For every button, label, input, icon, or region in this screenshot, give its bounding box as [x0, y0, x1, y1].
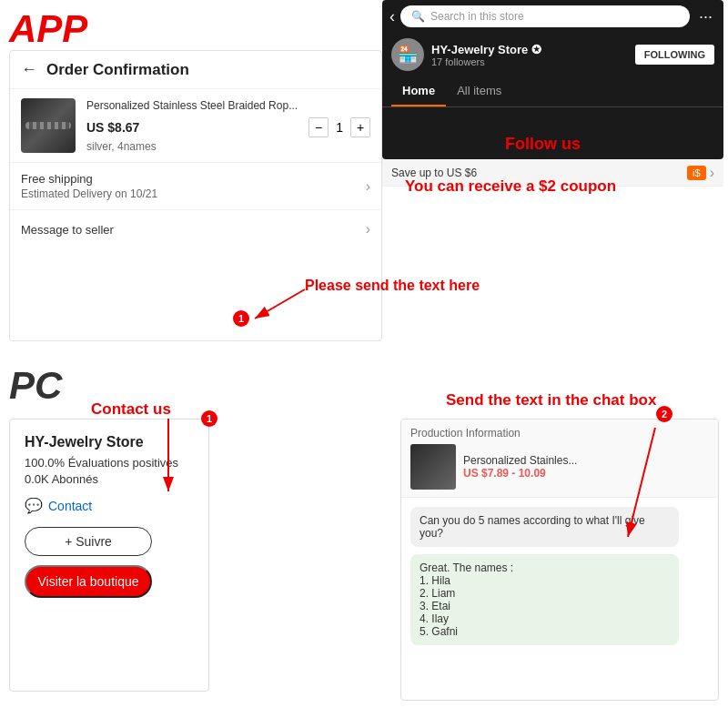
store-nav: Home All items: [382, 76, 723, 107]
pc-visit-button[interactable]: Visiter la boutique: [25, 565, 152, 598]
product-info: Personalized Stainless Steel Braided Rop…: [86, 99, 370, 153]
product-thumb-inner: [21, 98, 76, 153]
pc-contact-link[interactable]: 💬 Contact: [25, 497, 194, 514]
chat-seller-reply: Great. The names : 1. Hila 2. Liam 3. Et…: [410, 554, 679, 645]
pc-store-name: HY-Jewelry Store: [25, 434, 194, 450]
pc-store-panel: HY-Jewelry Store 100.0% Évaluations posi…: [9, 419, 209, 692]
chat-thumb-inner: [410, 444, 456, 490]
chat-product-name: Personalized Stainles...: [463, 454, 577, 467]
chat-messages: Can you do 5 names according to what I'l…: [401, 498, 718, 654]
banner-arrow-icon: ›: [710, 165, 714, 181]
annotation-chat-box: Send the text in the chat box: [446, 391, 656, 410]
shipping-row[interactable]: Free shipping Estimated Delivery on 10/2…: [10, 163, 381, 210]
store-name: HY-Jewelry Store ✪: [431, 43, 635, 56]
product-thumbnail: [21, 98, 76, 153]
back-arrow-icon[interactable]: ←: [21, 60, 37, 79]
chat-product-thumb: [410, 444, 456, 490]
product-name: Personalized Stainless Steel Braided Rop…: [86, 99, 370, 112]
order-title: Order Confirmation: [46, 61, 189, 79]
shipping-title: Free shipping: [21, 172, 157, 186]
annotation-contact-us: Contact us: [91, 400, 171, 419]
shipping-arrow-icon: ›: [366, 178, 370, 195]
product-price-row: US $8.67 − 1 +: [86, 117, 370, 137]
search-box[interactable]: 🔍 Search in this store: [400, 5, 690, 27]
pc-subscribers: 0.0K Abonnés: [25, 472, 194, 486]
search-input[interactable]: Search in this store: [430, 10, 524, 23]
chat-product-details: Personalized Stainles... US $7.89 - 10.0…: [463, 454, 577, 480]
annotation-send-text: Please send the text here: [305, 278, 480, 294]
message-label: Message to seller: [21, 223, 114, 237]
nav-home-item[interactable]: Home: [391, 76, 446, 106]
chat-product-info: Production Information Personalized Stai…: [401, 420, 718, 498]
contact-label: Contact: [48, 499, 92, 513]
chat-user-message: Can you do 5 names according to what I'l…: [410, 507, 679, 547]
quantity-controls: − 1 +: [308, 117, 370, 137]
store-avatar-icon: 🏪: [398, 45, 418, 65]
pc-label: PC: [9, 364, 62, 408]
pc-rating: 100.0% Évaluations positives: [25, 456, 194, 470]
order-panel: ← Order Confirmation Personalized Stainl…: [9, 50, 382, 341]
more-options-icon[interactable]: ···: [695, 7, 716, 26]
quantity-value: 1: [336, 120, 343, 135]
chat-product-price: US $7.89 - 10.09: [463, 467, 577, 480]
product-price: US $8.67: [86, 120, 139, 135]
order-header: ← Order Confirmation: [10, 51, 381, 89]
chat-product-row: Personalized Stainles... US $7.89 - 10.0…: [410, 444, 709, 490]
verified-icon: ✪: [531, 43, 541, 56]
store-info-row: 🏪 HY-Jewelry Store ✪ 17 followers FOLLOW…: [382, 33, 723, 76]
contact-icon: 💬: [25, 497, 43, 514]
app-label: APP: [9, 7, 87, 51]
pc-follow-button[interactable]: + Suivre: [25, 527, 152, 556]
product-variant: silver, 4names: [86, 140, 370, 153]
shipping-delivery: Estimated Delivery on 10/21: [21, 187, 157, 200]
store-details: HY-Jewelry Store ✪ 17 followers: [431, 43, 635, 67]
search-icon: 🔍: [411, 10, 425, 23]
order-item-row: Personalized Stainless Steel Braided Rop…: [10, 89, 381, 163]
coupon-badge: i$: [687, 166, 706, 180]
increase-qty-button[interactable]: +: [350, 117, 370, 137]
following-button[interactable]: FOLLOWING: [635, 45, 714, 65]
store-followers: 17 followers: [431, 56, 635, 67]
nav-all-items[interactable]: All items: [446, 76, 512, 106]
annotation-follow-us: Follow us: [505, 135, 581, 154]
shipping-info: Free shipping Estimated Delivery on 10/2…: [21, 172, 157, 200]
pc-chat-panel: Production Information Personalized Stai…: [400, 419, 719, 701]
store-avatar: 🏪: [391, 38, 424, 71]
production-info-label: Production Information: [410, 427, 521, 440]
message-row[interactable]: Message to seller ›: [10, 210, 381, 248]
message-arrow-icon: ›: [366, 221, 370, 238]
back-chevron-icon[interactable]: ‹: [389, 7, 395, 26]
annotation-coupon: You can receive a $2 coupon: [405, 177, 616, 196]
store-search-bar: ‹ 🔍 Search in this store ···: [382, 0, 723, 33]
decrease-qty-button[interactable]: −: [308, 117, 329, 137]
